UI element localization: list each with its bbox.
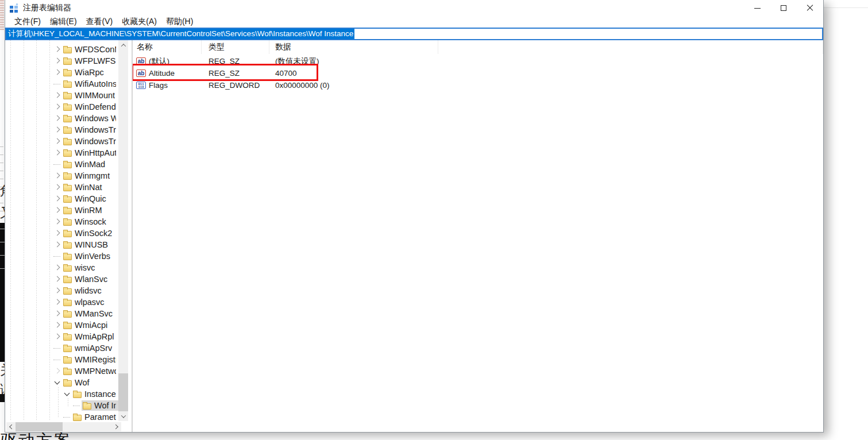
registry-values-pane[interactable]: 名称 类型 数据 (默认) REG_SZ (数值未设置) Altitude RE…: [133, 40, 823, 432]
chevron-right-icon[interactable]: [53, 309, 62, 318]
chevron-right-icon[interactable]: [53, 148, 62, 157]
menu-file[interactable]: 文件(F): [10, 16, 45, 28]
scroll-left-arrow[interactable]: [6, 422, 16, 431]
tree-vertical-scrollbar[interactable]: [118, 40, 128, 421]
chevron-right-icon[interactable]: [53, 366, 62, 376]
reg-dword-icon: [136, 82, 146, 89]
tree-item[interactable]: WinNat: [5, 182, 118, 193]
background-divider-line: [824, 7, 868, 8]
folder-icon: [63, 173, 72, 180]
background-text-fragment: 角: [0, 184, 5, 198]
tree-item-instances[interactable]: Instances: [5, 388, 118, 400]
menu-edit[interactable]: 编辑(E): [45, 16, 82, 28]
address-bar-input[interactable]: 计算机\HKEY_LOCAL_MACHINE\SYSTEM\CurrentCon…: [5, 28, 823, 40]
chevron-right-icon[interactable]: [53, 263, 62, 272]
menu-favorites[interactable]: 收藏夹(A): [117, 16, 161, 28]
tree-item[interactable]: WinDefend: [5, 101, 118, 113]
chevron-right-icon[interactable]: [53, 240, 62, 249]
horizontal-scroll-thumb[interactable]: [16, 422, 63, 431]
tree-item[interactable]: WmiApRpl: [5, 331, 118, 342]
value-data: (数值未设置): [269, 56, 438, 67]
folder-icon: [63, 277, 72, 283]
tree-item[interactable]: WindowsTrus: [5, 124, 118, 136]
scroll-up-arrow[interactable]: [118, 40, 128, 50]
tree-item-wof[interactable]: Wof: [5, 377, 118, 388]
tree-item[interactable]: WmiAcpi: [5, 319, 118, 331]
chevron-right-icon[interactable]: [53, 137, 62, 146]
tree-item[interactable]: WiaRpc: [5, 67, 118, 78]
chevron-right-icon[interactable]: [53, 171, 62, 180]
tree-item-parameters[interactable]: Parameter: [5, 411, 118, 423]
chevron-right-icon[interactable]: [53, 45, 62, 54]
tree-item[interactable]: WinHttpAuto: [5, 147, 118, 159]
column-header-data[interactable]: 数据: [269, 40, 438, 54]
chevron-right-icon[interactable]: [53, 298, 62, 307]
tree-item[interactable]: WinMad: [5, 159, 118, 170]
tree-item[interactable]: WindowsTrus: [5, 136, 118, 147]
tree-horizontal-scrollbar[interactable]: [6, 422, 121, 431]
registry-editor-window: 注册表编辑器 文件(F) 编辑(E) 查看(V) 收藏夹(A) 帮助(H) 计算…: [5, 0, 824, 433]
background-text-fragment: 又: [0, 206, 5, 219]
title-bar[interactable]: 注册表编辑器: [5, 0, 823, 16]
chevron-right-icon[interactable]: [53, 194, 62, 203]
tree-item[interactable]: WINUSB: [5, 239, 118, 250]
tree-item[interactable]: WinRM: [5, 204, 118, 216]
chevron-down-icon[interactable]: [53, 378, 62, 387]
value-row-flags[interactable]: Flags REG_DWORD 0x00000000 (0): [133, 79, 823, 91]
tree-item[interactable]: WinQuic: [5, 193, 118, 204]
tree-item[interactable]: WFPLWFS: [5, 55, 118, 67]
chevron-right-icon[interactable]: [53, 332, 62, 341]
tree-item[interactable]: wlidsvc: [5, 285, 118, 296]
chevron-right-icon[interactable]: [53, 286, 62, 295]
folder-icon: [63, 59, 72, 65]
tree-item[interactable]: WMPNetwor: [5, 365, 118, 377]
tree-item[interactable]: wisvc: [5, 262, 118, 273]
chevron-right-icon[interactable]: [53, 321, 62, 330]
column-header-type[interactable]: 类型: [202, 40, 269, 54]
close-button[interactable]: [797, 0, 823, 16]
chevron-right-icon[interactable]: [53, 125, 62, 134]
tree-item[interactable]: WlanSvc: [5, 273, 118, 285]
tree-item[interactable]: wlpasvc: [5, 296, 118, 308]
chevron-right-icon[interactable]: [53, 183, 62, 192]
chevron-right-icon[interactable]: [53, 217, 62, 226]
tree-item[interactable]: WFDSConMg: [5, 44, 118, 55]
menu-help[interactable]: 帮助(H): [161, 16, 198, 28]
tree-item[interactable]: WinSock2: [5, 227, 118, 239]
minimize-button[interactable]: [744, 0, 770, 16]
maximize-button[interactable]: [770, 0, 797, 16]
tree-item[interactable]: Winsock: [5, 216, 118, 227]
value-row-default[interactable]: (默认) REG_SZ (数值未设置): [133, 55, 823, 67]
scroll-down-arrow[interactable]: [118, 411, 128, 421]
chevron-right-icon[interactable]: [53, 91, 62, 100]
chevron-right-icon[interactable]: [53, 102, 62, 111]
registry-tree-pane[interactable]: WFDSConMg WFPLWFS WiaRpc WifiAutoInsta W…: [5, 40, 133, 432]
tree-item[interactable]: wmiApSrv: [5, 342, 118, 354]
scroll-right-arrow[interactable]: [112, 422, 121, 431]
background-window-sliver: 角 又 关 调: [0, 0, 5, 440]
tree-item[interactable]: Windows Wc: [5, 113, 118, 124]
menu-view[interactable]: 查看(V): [82, 16, 118, 28]
tree-item[interactable]: WIMMount: [5, 90, 118, 101]
tree-item[interactable]: WinVerbs: [5, 250, 118, 262]
folder-icon: [63, 334, 72, 341]
background-texture: [0, 229, 5, 269]
chevron-right-icon[interactable]: [53, 114, 62, 123]
value-row-altitude[interactable]: Altitude REG_SZ 40700: [133, 67, 823, 79]
chevron-right-icon[interactable]: [53, 68, 62, 77]
chevron-right-icon[interactable]: [53, 229, 62, 238]
chevron-down-icon[interactable]: [63, 389, 72, 399]
column-header-name[interactable]: 名称: [133, 40, 202, 54]
chevron-right-icon[interactable]: [53, 206, 62, 215]
tree-item[interactable]: Winmgmt: [5, 170, 118, 182]
tree-item[interactable]: WMIRegistra: [5, 354, 118, 365]
chevron-right-icon[interactable]: [53, 275, 62, 284]
tree-item[interactable]: WifiAutoInsta: [5, 78, 118, 90]
tree-item[interactable]: WManSvc: [5, 308, 118, 319]
value-name: (默认): [149, 56, 169, 67]
tree-item-wof-instance-selected[interactable]: Wof Ins: [5, 400, 118, 411]
chevron-right-icon[interactable]: [53, 56, 62, 65]
vertical-scroll-thumb[interactable]: [118, 373, 128, 411]
column-header-empty: [438, 40, 823, 54]
folder-icon: [63, 70, 72, 76]
